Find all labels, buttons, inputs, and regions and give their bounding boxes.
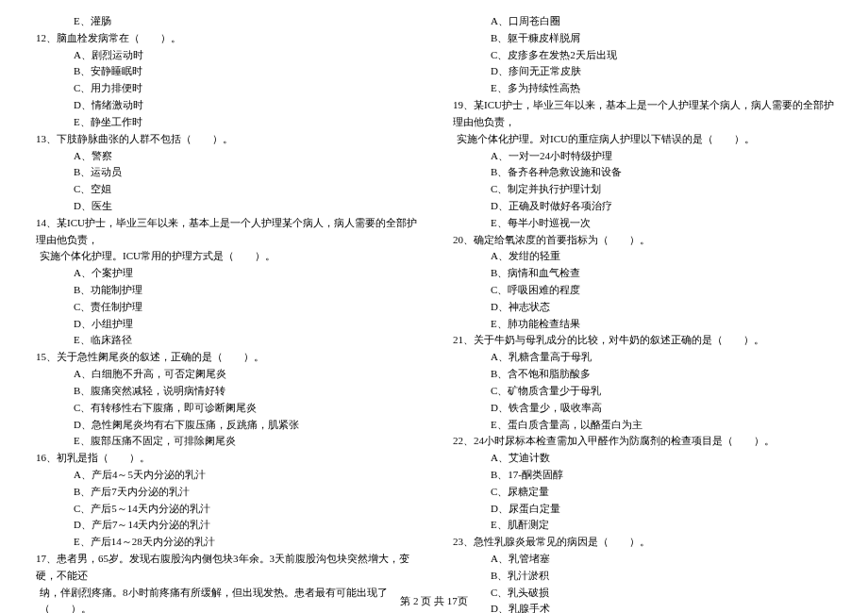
- answer-option: D、急性阑尾炎均有右下腹压痛，反跳痛，肌紧张: [28, 417, 423, 434]
- answer-option: E、产后14～28天内分泌的乳汁: [28, 534, 423, 551]
- answer-option: E、多为持续性高热: [445, 80, 840, 97]
- answer-option: D、疹间无正常皮肤: [445, 63, 840, 80]
- answer-option: D、乳腺手术: [445, 601, 840, 613]
- answer-option: B、安静睡眠时: [28, 63, 423, 80]
- question-text: 14、某ICU护士，毕业三年以来，基本上是一个人护理某个病人，病人需要的全部护理…: [28, 215, 423, 249]
- answer-option: A、乳糖含量高于母乳: [445, 349, 840, 366]
- answer-option: C、呼吸困难的程度: [445, 282, 840, 299]
- answer-option: B、含不饱和脂肪酸多: [445, 366, 840, 383]
- answer-option: B、腹痛突然减轻，说明病情好转: [28, 383, 423, 400]
- question-text: 19、某ICU护士，毕业三年以来，基本上是一个人护理某个病人，病人需要的全部护理…: [445, 97, 840, 131]
- answer-option: D、产后7～14天内分泌的乳汁: [28, 517, 423, 534]
- question-text: 17、患者男，65岁。发现右腹股沟内侧包块3年余。3天前腹股沟包块突然增大，变硬…: [28, 551, 423, 585]
- answer-option: B、17-酮类固醇: [445, 467, 840, 484]
- answer-option: B、躯干糠皮样脱屑: [445, 30, 840, 47]
- question-text: 15、关于急性阑尾炎的叙述，正确的是（ ）。: [28, 349, 423, 366]
- answer-option: A、产后4～5天内分泌的乳汁: [28, 467, 423, 484]
- answer-option: A、乳管堵塞: [445, 551, 840, 568]
- question-continuation: 纳，伴剧烈疼痛。8小时前疼痛有所缓解，但出现发热。患者最有可能出现了（ ）。: [28, 585, 423, 613]
- answer-option: E、临床路径: [28, 332, 423, 349]
- answer-option: A、口周苍白圈: [445, 13, 840, 30]
- answer-option: A、个案护理: [28, 265, 423, 282]
- answer-option: E、腹部压痛不固定，可排除阑尾炎: [28, 433, 423, 450]
- answer-option: A、一对一24小时特级护理: [445, 148, 840, 165]
- answer-option: A、白细胞不升高，可否定阑尾炎: [28, 366, 423, 383]
- answer-option: E、肺功能检查结果: [445, 316, 840, 333]
- question-text: 12、脑血栓发病常在（ ）。: [28, 30, 423, 47]
- question-text: 21、关于牛奶与母乳成分的比较，对牛奶的叙述正确的是（ ）。: [445, 332, 840, 349]
- answer-option: E、蛋白质含量高，以酪蛋白为主: [445, 417, 840, 434]
- answer-option: B、功能制护理: [28, 282, 423, 299]
- answer-option: A、发绀的轻重: [445, 248, 840, 265]
- answer-option: E、灌肠: [28, 13, 423, 30]
- footer-total: 17: [447, 595, 458, 606]
- question-text: 23、急性乳腺炎最常见的病因是（ ）。: [445, 534, 840, 551]
- question-text: 22、24小时尿标本检查需加入甲醛作为防腐剂的检查项目是（ ）。: [445, 433, 840, 450]
- answer-option: C、乳头破损: [445, 585, 840, 602]
- answer-option: B、运动员: [28, 164, 423, 181]
- question-text: 13、下肢静脉曲张的人群不包括（ ）。: [28, 131, 423, 148]
- answer-option: C、皮疹多在发热2天后出现: [445, 47, 840, 64]
- answer-option: E、肌酐测定: [445, 517, 840, 534]
- answer-option: D、医生: [28, 198, 423, 215]
- answer-option: A、剧烈运动时: [28, 47, 423, 64]
- answer-option: C、制定并执行护理计划: [445, 181, 840, 198]
- answer-option: B、乳汁淤积: [445, 568, 840, 585]
- question-text: 16、初乳是指（ ）。: [28, 450, 423, 467]
- answer-option: C、产后5～14天内分泌的乳汁: [28, 501, 423, 518]
- answer-option: C、用力排便时: [28, 80, 423, 97]
- answer-option: D、神志状态: [445, 299, 840, 316]
- answer-option: C、尿糖定量: [445, 484, 840, 501]
- right-column: A、口周苍白圈B、躯干糠皮样脱屑C、皮疹多在发热2天后出现D、疹间无正常皮肤E、…: [445, 13, 840, 588]
- answer-option: D、正确及时做好各项治疗: [445, 198, 840, 215]
- answer-option: E、静坐工作时: [28, 114, 423, 131]
- answer-option: B、备齐各种急救设施和设备: [445, 164, 840, 181]
- footer-suffix: 页: [458, 595, 468, 606]
- answer-option: D、情绪激动时: [28, 97, 423, 114]
- question-continuation: 实施个体化护理。对ICU的重症病人护理以下错误的是（ ）。: [445, 131, 840, 148]
- answer-option: B、产后7天内分泌的乳汁: [28, 484, 423, 501]
- answer-option: C、责任制护理: [28, 299, 423, 316]
- left-column: E、灌肠12、脑血栓发病常在（ ）。A、剧烈运动时B、安静睡眠时C、用力排便时D…: [28, 13, 423, 588]
- answer-option: D、铁含量少，吸收率高: [445, 400, 840, 417]
- question-text: 20、确定给氧浓度的首要指标为（ ）。: [445, 232, 840, 249]
- answer-option: D、尿蛋白定量: [445, 501, 840, 518]
- footer-middle: 页 共: [419, 595, 447, 606]
- answer-option: B、病情和血气检查: [445, 265, 840, 282]
- answer-option: A、艾迪计数: [445, 450, 840, 467]
- answer-option: A、警察: [28, 148, 423, 165]
- answer-option: C、空姐: [28, 181, 423, 198]
- question-continuation: 实施个体化护理。ICU常用的护理方式是（ ）。: [28, 248, 423, 265]
- answer-option: D、小组护理: [28, 316, 423, 333]
- answer-option: E、每半小时巡视一次: [445, 215, 840, 232]
- answer-option: C、矿物质含量少于母乳: [445, 383, 840, 400]
- answer-option: C、有转移性右下腹痛，即可诊断阑尾炎: [28, 400, 423, 417]
- footer-prefix: 第: [400, 595, 413, 606]
